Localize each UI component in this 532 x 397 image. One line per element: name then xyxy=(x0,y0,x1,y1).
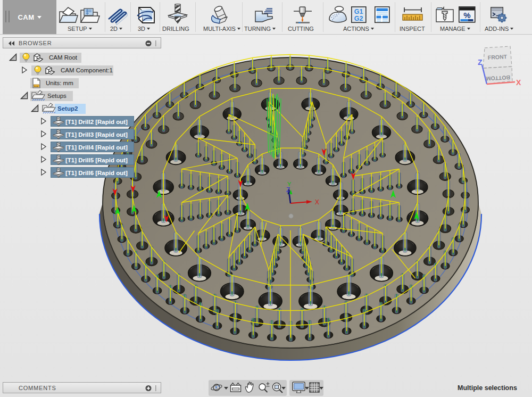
svg-text:%: % xyxy=(463,11,470,20)
svg-text:FRONT: FRONT xyxy=(488,53,508,61)
svg-text:X: X xyxy=(516,78,521,87)
svg-text:Z: Z xyxy=(478,58,483,67)
svg-text:G2: G2 xyxy=(354,15,363,22)
svg-text:Z: Z xyxy=(286,186,290,194)
svg-text:Y: Y xyxy=(287,181,292,187)
svg-text:G1: G1 xyxy=(354,8,363,15)
svg-text:X: X xyxy=(315,198,319,206)
svg-text:BOTTOM: BOTTOM xyxy=(486,75,510,82)
